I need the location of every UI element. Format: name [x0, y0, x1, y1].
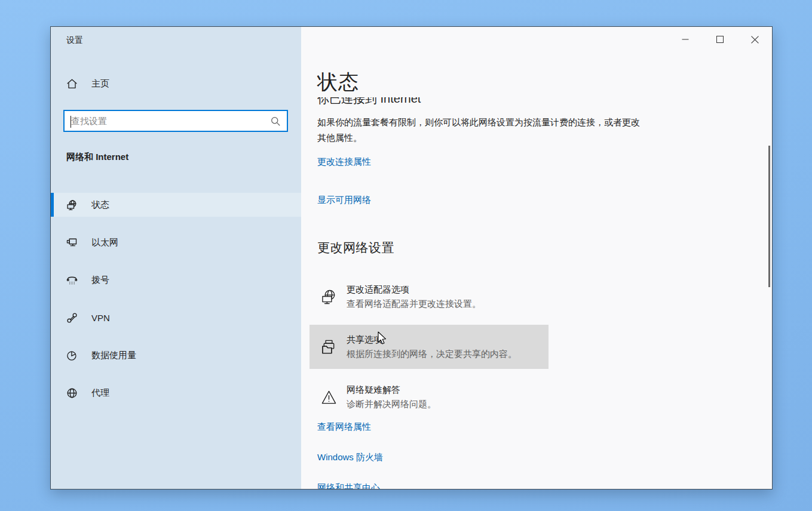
row-desc: 查看网络适配器并更改连接设置。 [347, 298, 481, 310]
warning-triangle-icon [321, 389, 337, 405]
row-title: 更改适配器选项 [347, 284, 481, 295]
page-title: 状态 [317, 69, 359, 96]
home-icon [66, 78, 78, 90]
sidebar-item-vpn[interactable]: VPN [51, 306, 301, 330]
search-input[interactable] [71, 116, 270, 126]
sidebar-item-data-usage[interactable]: 数据使用量 [51, 343, 301, 367]
sidebar-home-label: 主页 [91, 78, 109, 90]
main-panel: 状态 你已连接到 Internet 如果你的流量套餐有限制，则你可以将此网络设置… [301, 27, 772, 489]
row-desc: 诊断并解决网络问题。 [347, 399, 436, 410]
search-box[interactable] [63, 110, 288, 132]
sidebar-nav: 状态 以太网 拨号 [51, 193, 301, 418]
row-network-troubleshooter[interactable]: 网络疑难解答 诊断并解决网络问题。 [310, 375, 549, 419]
intro-text: 如果你的流量套餐有限制，则你可以将此网络设置为按流量计费的连接，或者更改其他属性… [317, 115, 643, 146]
row-desc: 根据所连接到的网络，决定要共享的内容。 [347, 349, 517, 360]
vpn-icon [66, 312, 78, 324]
link-network-sharing-center[interactable]: 网络和共享中心 [317, 482, 380, 490]
sidebar-item-label: 以太网 [91, 237, 118, 248]
sidebar-item-ethernet[interactable]: 以太网 [51, 230, 301, 254]
globe-icon [66, 387, 78, 399]
row-change-adapter-options[interactable]: 更改适配器选项 查看网络适配器并更改连接设置。 [310, 275, 549, 319]
ethernet-icon [66, 237, 78, 248]
sharing-options-icon [321, 339, 337, 355]
close-button[interactable] [737, 27, 772, 52]
row-sharing-options[interactable]: 共享选项 根据所连接到的网络，决定要共享的内容。 [310, 325, 549, 369]
maximize-button[interactable] [703, 27, 737, 52]
settings-rows: 更改适配器选项 查看网络适配器并更改连接设置。 共享选项 根据所连接到的网络，决… [310, 275, 549, 425]
sidebar-item-label: 状态 [91, 199, 109, 211]
link-windows-firewall[interactable]: Windows 防火墙 [317, 452, 383, 463]
sidebar-item-label: 代理 [91, 387, 109, 399]
minimize-button[interactable] [668, 27, 703, 52]
vertical-scrollbar[interactable] [768, 146, 770, 287]
window-title: 设置 [66, 35, 83, 46]
pie-chart-icon [66, 350, 78, 361]
search-icon [270, 116, 281, 127]
sidebar-item-proxy[interactable]: 代理 [51, 381, 301, 405]
sidebar-item-label: 拨号 [91, 275, 109, 286]
link-view-network-properties[interactable]: 查看网络属性 [317, 421, 371, 433]
link-change-connection-properties[interactable]: 更改连接属性 [317, 156, 371, 168]
minimize-icon [682, 36, 689, 43]
sidebar-section-title: 网络和 Internet [66, 152, 128, 163]
row-title: 共享选项 [347, 334, 517, 346]
sidebar-item-status[interactable]: 状态 [51, 193, 301, 217]
sidebar-item-label: 数据使用量 [91, 350, 136, 361]
sidebar-item-label: VPN [91, 313, 110, 323]
globe-monitor-icon [66, 199, 78, 211]
section-title-change-network-settings: 更改网络设置 [317, 239, 394, 256]
row-title: 网络疑难解答 [347, 384, 436, 396]
dialup-phone-icon [66, 275, 78, 286]
text-caret [71, 116, 71, 128]
sidebar-item-dialup[interactable]: 拨号 [51, 268, 301, 292]
sidebar: 设置 主页 网络和 Internet [51, 27, 301, 489]
settings-window: 设置 主页 网络和 Internet [50, 26, 773, 490]
caption-buttons [668, 27, 772, 52]
link-show-available-networks[interactable]: 显示可用网络 [317, 195, 371, 206]
close-icon [751, 36, 759, 44]
sidebar-item-home[interactable]: 主页 [66, 78, 109, 90]
maximize-icon [716, 36, 724, 43]
scrolled-clipped-text: 你已连接到 Internet [317, 97, 568, 106]
network-adapter-icon [321, 289, 337, 305]
